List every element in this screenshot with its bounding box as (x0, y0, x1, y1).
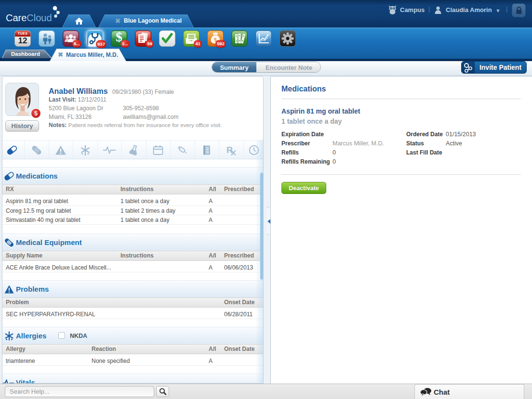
svg-text:R: R (226, 145, 233, 155)
